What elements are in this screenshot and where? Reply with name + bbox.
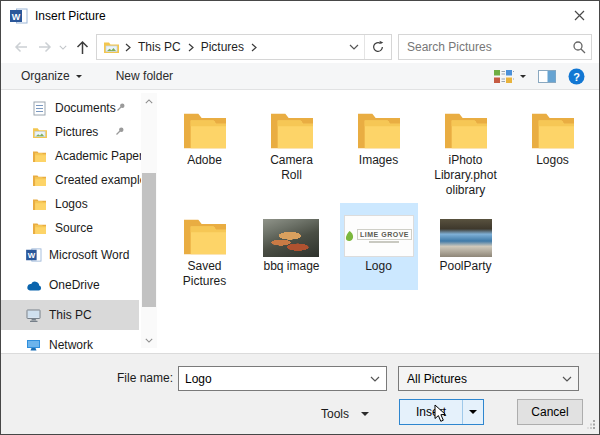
dialog-footer: File name: All Pictures Tools Insert Can… [1,353,599,434]
search-input[interactable] [399,40,567,54]
file-item-label: Images [359,153,398,168]
sidebar-item-pictures[interactable]: Pictures [1,120,161,144]
file-item-label: Camera Roll [259,153,325,183]
thumbnails-view-icon [494,69,514,84]
address-bar[interactable]: This PC Pictures [96,34,392,60]
bbq-image-thumbnail [263,219,319,257]
file-name-combo [178,366,387,391]
forward-button[interactable] [33,34,57,60]
sidebar-item-documents[interactable]: Documents [1,96,161,120]
sidebar-label: Network [49,338,93,352]
sidebar-item-logos[interactable]: Logos [1,192,161,216]
caret-down-icon [361,412,369,416]
sidebar-scrollbar[interactable] [141,93,157,348]
folder-icon [443,109,489,151]
documents-icon [31,101,48,116]
resize-grip[interactable] [586,418,596,432]
address-dropdown-button[interactable] [344,35,364,59]
caret-down-icon [520,75,526,78]
organize-label: Organize [21,69,70,83]
sidebar-item-microsoft-word[interactable]: W Microsoft Word [1,240,161,270]
selected-file-highlight: LIME GROVE Logo [340,203,418,290]
breadcrumb-separator [250,43,258,52]
folder-icon [269,109,315,151]
folder-icon [182,215,228,257]
file-type-dropdown-button[interactable] [556,367,578,390]
sidebar-label: This PC [49,308,92,322]
preview-pane-button[interactable] [538,70,556,83]
file-item-logos[interactable]: Logos [509,97,596,199]
file-item-label: Adobe [187,153,222,168]
new-folder-button[interactable]: New folder [116,69,173,83]
up-arrow-icon [75,40,90,55]
change-view-button[interactable] [494,69,526,84]
file-item-label: Logos [536,153,569,168]
breadcrumb-pictures[interactable]: Pictures [195,40,250,54]
scroll-down-button[interactable] [141,332,157,348]
sidebar-item-this-pc[interactable]: This PC [1,300,139,330]
up-button[interactable] [69,34,95,60]
scrollbar-thumb[interactable] [142,173,156,307]
back-arrow-icon [13,40,29,54]
dialog-content: Documents Pictures Academic Paper [1,90,599,354]
sidebar-label: Created example [55,173,146,187]
breadcrumb-separator [124,43,132,52]
logo-thumbnail-text: LIME GROVE [357,229,412,243]
caret-down-icon [469,410,477,414]
close-button[interactable] [559,1,599,29]
word-app-icon: W [10,8,28,24]
word-icon: W [25,248,42,262]
file-item-images[interactable]: Images [335,97,422,199]
cancel-button[interactable]: Cancel [517,399,583,425]
file-item-label: Logo [365,259,392,274]
chevron-down-icon [370,376,380,382]
file-item-adobe[interactable]: Adobe [161,97,248,199]
search-button[interactable] [567,40,591,54]
logo-thumbnail: LIME GROVE [344,215,414,257]
recent-locations-button[interactable] [57,34,69,60]
sidebar-item-source[interactable]: Source [1,216,161,240]
insert-split-button[interactable]: Insert [399,399,484,425]
file-item-iphoto-library[interactable]: iPhoto Library.photolibrary [422,97,509,199]
file-name-input[interactable] [179,371,364,387]
navigation-bar: This PC Pictures [1,31,599,63]
organize-button[interactable]: Organize [21,69,82,83]
back-button[interactable] [9,34,33,60]
poolparty-thumbnail [440,219,492,257]
file-item-logo-selected[interactable]: LIME GROVE Logo [335,203,422,290]
sidebar-label: Pictures [55,125,98,139]
file-item-label: Saved Pictures [172,259,238,289]
onedrive-icon [25,280,42,291]
sidebar-item-created-example[interactable]: Created example [1,168,161,192]
sidebar-item-academic-paper[interactable]: Academic Paper [1,144,161,168]
pictures-folder-icon [103,40,120,54]
dialog-title: Insert Picture [35,9,106,23]
chevron-down-icon [562,376,572,382]
folder-icon [530,109,576,151]
file-name-dropdown-button[interactable] [364,367,386,390]
folder-icon [31,222,48,235]
file-item-saved-pictures[interactable]: Saved Pictures [161,203,248,290]
scroll-up-button[interactable] [141,93,157,109]
sidebar-label: Logos [55,197,88,211]
pictures-icon [31,126,48,139]
folder-icon [356,109,402,151]
sidebar-item-onedrive[interactable]: OneDrive [1,270,161,300]
pin-icon [116,101,126,115]
file-list: Adobe Camera Roll Images iPhoto Library.… [161,97,596,290]
file-item-poolparty[interactable]: PoolParty [422,203,509,290]
insert-button[interactable]: Insert [400,405,462,419]
help-button[interactable]: ? [568,68,585,85]
tools-button[interactable]: Tools [301,401,389,426]
insert-dropdown-button[interactable] [462,400,483,424]
refresh-button[interactable] [364,35,391,59]
file-item-label: PoolParty [439,259,491,274]
file-type-select[interactable]: All Pictures [398,366,579,391]
folder-icon [31,174,48,187]
breadcrumb-this-pc[interactable]: This PC [132,40,187,54]
file-item-bbq-image[interactable]: bbq image [248,203,335,290]
file-item-camera-roll[interactable]: Camera Roll [248,97,335,199]
sidebar-item-network[interactable]: Network [1,330,161,354]
close-icon [574,10,585,21]
folder-icon [31,198,48,211]
